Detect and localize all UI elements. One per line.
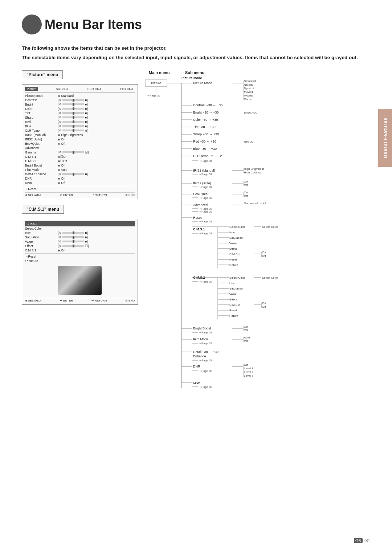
bright-slider [62,103,84,105]
menu-row-cms1: C.M.S.1 ◈☐On [25,155,135,159]
svg-text:Off: Off [244,184,248,187]
cms-menu-label: "C.M.S.1" menu [22,205,64,214]
cms-menu-box: C.M.S.1 Select Color Hue [ 0 ■] Saturati… [22,219,138,305]
svg-text:Off: Off [244,329,248,332]
svg-text:Auto: Auto [244,336,250,339]
menu-row-iris1: IRIS1 (Manual) ◈ High Brightness [25,133,135,137]
svg-text:Movie2: Movie2 [244,94,253,97]
cms-menu-bottom: ◈ SEL./ADJ. ↵ ENTER ↩ RETURN ⊜ END [25,298,135,302]
right-panel: Main menu Sub menu Picture →Page 36 Pict… [138,70,370,468]
menu-row-dnr: DNR ◈ Off [25,176,135,181]
svg-text:Reset: Reset [229,309,237,312]
cms-cms1: C.M.S.1 ◈ On [25,248,135,253]
svg-text:IRIS1 (Manual): IRIS1 (Manual) [193,169,215,172]
svg-text:→Page 37: →Page 37 [199,210,212,213]
tab-scradj: SCR-ADJ [86,87,103,91]
svg-text:Bright Boost: Bright Boost [193,327,211,330]
svg-text:→Page 37: →Page 37 [199,280,212,283]
svg-text:Value: Value [229,292,237,296]
svg-text:Return: Return [229,263,238,267]
svg-text:Reset: Reset [229,258,237,261]
cms-effect: Effect [ 0 ☐] [25,244,135,248]
svg-text:Select Color: Select Color [229,225,245,229]
svg-text:MNR: MNR [193,381,201,385]
val-slider [62,241,84,242]
menu-row-filmmode: Film Mode ◈ Auto [25,168,135,172]
main-menu-label: Main menu [149,70,181,75]
svg-text:DNR: DNR [193,365,200,368]
picture-menu-bottom: ◈ SEL./ADJ. ↵ ENTER ↩ RETURN ⊜ END [25,192,135,197]
menu-row-cms2: C.M.S.2 ◈☐Off [25,159,135,163]
svg-text:Advanced: Advanced [193,203,208,207]
svg-text:→Page 37: →Page 37 [199,173,212,176]
svg-text:Effect: Effect [229,247,237,250]
menu-row-eco: Eco+Quiet ◈ Off [25,141,135,146]
menu-row-picturemode: Picture Mode ◈ Standard [25,94,135,98]
flow-diagram-svg: Picture →Page 36 Picture Mode Picture Mo… [145,76,305,468]
svg-text:Red   −30 ↔ +30: Red −30 ↔ +30 [193,140,216,143]
cms-return: ↩ Return [25,259,135,263]
picture-menu-label: "Picture" menu [22,70,63,79]
title-block: Menu Bar Items [22,15,370,34]
svg-text:Eco+Quiet: Eco+Quiet [193,192,209,196]
cms-select-color: Select Color [25,226,135,231]
svg-text:High Brightness: High Brightness [244,167,264,171]
svg-text:Bright   −30 ↔ +30: Bright −30 ↔ +30 [193,111,219,114]
cms-reset: ↔Reset [25,254,135,259]
svg-text:On: On [244,325,248,328]
red-slider [62,121,84,123]
svg-text:Level 1: Level 1 [244,367,253,370]
intro-block: The following shows the items that can b… [22,45,370,62]
svg-text:Contrast −30 ↔ +30: Contrast −30 ↔ +30 [193,103,222,107]
svg-text:Picture Mode: Picture Mode [181,76,202,80]
svg-text:Off: Off [244,340,248,343]
svg-text:Off: Off [262,305,266,308]
svg-text:Red 30 _: Red 30 _ [244,140,256,143]
svg-text:Value: Value [229,242,237,245]
flow-header: Main menu Sub menu [145,70,370,75]
svg-text:Return: Return [229,314,238,317]
svg-text:On: On [262,301,266,305]
svg-text:→Page 39: →Page 39 [199,359,212,362]
svg-text:→Page 39: →Page 39 [199,220,212,223]
eff-slider [62,245,84,247]
svg-text:→Page 39: →Page 39 [199,342,212,345]
menu-row-blue: Blue [ 0 ■] [25,124,135,128]
svg-text:Picture: Picture [151,81,161,85]
tint-slider [62,112,84,114]
diagram-area: "Picture" menu Picture SIG-ADJ SCR-ADJ P… [22,70,370,468]
clrtemp-slider [62,130,84,131]
page-num-text: -31 [364,538,370,543]
picture-menu-box: Picture SIG-ADJ SCR-ADJ PRJ-ADJ Picture … [22,84,138,199]
svg-text:→Page 37: →Page 37 [199,185,212,189]
svg-text:Level 2: Level 2 [244,370,253,374]
svg-text:Dynamic: Dynamic [244,87,255,90]
useful-features-tab: Useful Features [378,109,392,167]
tab-picture: Picture [25,87,38,91]
svg-text:Saturation: Saturation [229,287,242,290]
svg-text:Effect: Effect [229,298,237,301]
detail-slider [62,173,84,175]
cms-value: Value [ 0 ■] [25,239,135,244]
sub-menu-label: Sub menu [185,70,204,75]
svg-text:CLR Temp −2 ↔ +2: CLR Temp −2 ↔ +2 [193,154,222,158]
sharp-slider [62,116,84,118]
svg-text:Off: Off [262,254,266,258]
svg-text:On: On [244,180,248,183]
menu-row-detail: Detail Enhance [ 0 ■] [25,172,135,176]
svg-text:Off: Off [244,363,248,366]
gamma-slider [62,151,84,153]
svg-text:On: On [244,191,248,194]
picture-menu-tabs: Picture SIG-ADJ SCR-ADJ PRJ-ADJ [25,87,135,93]
svg-text:Blue   −30 ↔ +30: Blue −30 ↔ +30 [193,147,217,151]
svg-text:Standard: Standard [244,79,256,83]
cms-menu-section: "C.M.S.1" menu [22,205,138,217]
menu-row-clrtemp: CLR Temp [ 0 ◈] [25,128,135,133]
page-badge: GB [354,538,363,543]
intro-line-1: The following shows the items that can b… [22,45,370,52]
menu-row-sharp: Sharp [ 0 ■] [25,115,135,120]
svg-text:→Page 39: →Page 39 [199,385,212,389]
intro-line-2: The selectable items vary depending on t… [22,54,370,61]
svg-text:Movie1: Movie1 [244,90,253,94]
tab-sigadj: SIG-ADJ [54,87,70,91]
